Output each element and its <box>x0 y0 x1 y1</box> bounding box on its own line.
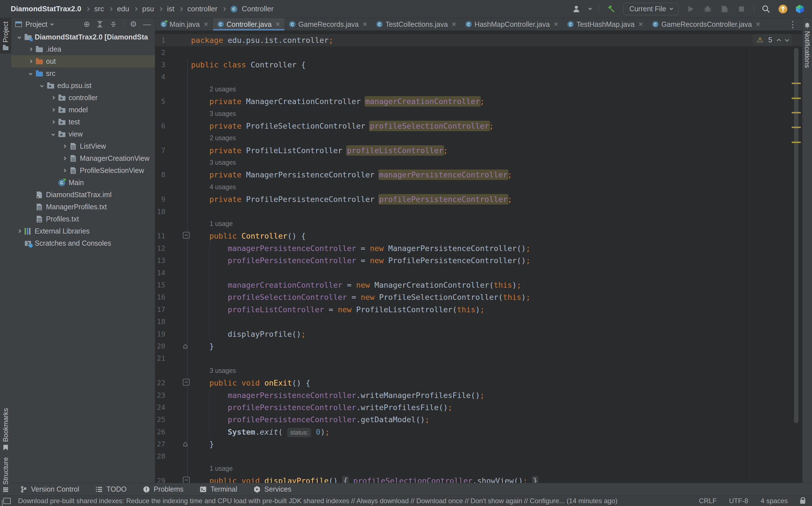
line-number[interactable]: 13 <box>155 256 165 265</box>
inspection-widget[interactable]: ⚠ 5 <box>753 34 793 46</box>
prev-warning-icon[interactable] <box>777 38 781 43</box>
code-line-28[interactable]: 28 <box>155 450 802 462</box>
layout-windows-icon[interactable] <box>3 498 11 504</box>
code-line-27[interactable]: 27⌂ } <box>155 438 802 450</box>
close-tab-icon[interactable]: × <box>554 20 558 29</box>
tree-item-profileselectionview[interactable]: ProfileSelectionView <box>11 164 155 177</box>
line-number[interactable]: 24 <box>155 403 165 412</box>
code-line-19[interactable]: 19 displayProfile(); <box>155 328 802 340</box>
chevron-down-icon[interactable] <box>51 132 55 136</box>
indent-indicator[interactable]: 4 spaces <box>761 497 788 505</box>
tab-main-java[interactable]: CMain.java× <box>156 18 213 30</box>
stripe-button-notifications[interactable]: Notifications <box>803 31 811 68</box>
tree-item-diamondstattrax2-0-diamondsta[interactable]: DiamondStatTrax2.0 [DiamondSta <box>11 31 155 43</box>
line-ending-indicator[interactable]: CRLF <box>699 497 717 505</box>
tree-item-scratches-and-consoles[interactable]: Scratches and Consoles <box>11 237 155 249</box>
code-line-21[interactable]: 21 <box>155 352 802 364</box>
lock-icon[interactable] <box>800 500 805 504</box>
line-number[interactable]: 7 <box>155 146 165 155</box>
line-number[interactable]: 26 <box>155 428 165 436</box>
usages-hint[interactable]: 4 usages <box>191 183 236 191</box>
tree-item-listview[interactable]: ListView <box>11 140 155 152</box>
toolwindow-button-todo[interactable]: TODO <box>95 485 127 493</box>
tab-hashmapcontroller-java[interactable]: CHashMapController.java× <box>461 18 563 30</box>
line-number[interactable]: 16 <box>155 293 165 301</box>
breadcrumb-item[interactable]: controller <box>187 4 218 13</box>
usages-hint[interactable]: 1 usage <box>191 465 233 473</box>
code-line-24[interactable]: 24 profilePersistenceController.writePro… <box>155 401 802 414</box>
code-line-25[interactable]: 25 profilePersistenceController.getDataM… <box>155 414 802 426</box>
fold-collapse-icon[interactable]: − <box>183 232 189 239</box>
code-line-7[interactable]: 7 private ProfileListController profileL… <box>155 145 802 157</box>
fold-collapse-icon[interactable]: − <box>183 477 189 483</box>
code-line-1[interactable]: 1package edu.psu.ist.controller; <box>155 34 802 46</box>
user-profile-icon[interactable] <box>572 4 581 14</box>
code-line-20[interactable]: 20⌂ } <box>155 340 802 352</box>
chevron-down-icon[interactable] <box>40 84 44 87</box>
line-number[interactable]: 23 <box>155 391 165 399</box>
tab-gamerecords-java[interactable]: CGameRecords.java× <box>285 18 372 30</box>
collapse-all-icon[interactable] <box>110 21 117 28</box>
line-number[interactable]: 5 <box>155 97 165 105</box>
settings-gear-icon[interactable]: ⚙ <box>130 20 137 28</box>
tree-item-controller[interactable]: controller <box>11 92 155 104</box>
tree-item-main[interactable]: CMain <box>11 177 155 189</box>
line-number[interactable]: 18 <box>155 318 165 326</box>
line-number[interactable]: 6 <box>155 122 165 130</box>
code-line-11[interactable]: 11− public Controller() { <box>155 230 802 242</box>
tab-options-kebab-icon[interactable]: ⋮ <box>784 19 802 29</box>
usages-hint[interactable]: 2 usages <box>191 85 236 93</box>
usages-hint[interactable]: 3 usages <box>191 367 236 374</box>
code-line-16[interactable]: 16 profileSelectionController = new Prof… <box>155 291 802 303</box>
chevron-down-icon[interactable] <box>17 35 21 39</box>
line-number[interactable]: 19 <box>155 330 165 338</box>
code-line-13[interactable]: 13 profilePersistenceController = new Pr… <box>155 254 802 266</box>
usages-hint[interactable]: 1 usage <box>191 220 233 228</box>
tree-item-diamondstattrax-iml[interactable]: DiamondStatTrax.iml <box>11 189 155 201</box>
bell-icon[interactable] <box>804 22 810 29</box>
locate-file-icon[interactable]: ⊕ <box>83 20 90 28</box>
toolwindow-button-version-control[interactable]: Version Control <box>20 485 79 493</box>
tree-item--idea[interactable]: .idea <box>11 43 155 55</box>
code-line-29[interactable]: 29− public void displayProfile() { profi… <box>155 475 802 483</box>
line-number[interactable]: 22 <box>155 379 165 387</box>
code-line-18[interactable]: 18 <box>155 316 802 328</box>
breadcrumb-item[interactable]: psu <box>142 4 154 13</box>
stripe-button-bookmarks[interactable]: Bookmarks <box>0 405 11 454</box>
code-line-9[interactable]: 9 private ProfilePersistenceController p… <box>155 193 802 205</box>
toolwindow-button-problems[interactable]: Problems <box>143 485 184 493</box>
code-line-22[interactable]: 22− public void onExit() { <box>155 377 802 389</box>
line-number[interactable]: 4 <box>155 73 165 81</box>
stripe-button-structure[interactable]: Structure <box>0 454 11 495</box>
breadcrumb-item[interactable]: DiamondStatTrax2.0 <box>11 4 81 13</box>
tree-item-test[interactable]: test <box>11 116 155 128</box>
chevron-right-icon[interactable] <box>29 48 32 51</box>
line-number[interactable]: 11 <box>155 232 165 240</box>
code-line-2[interactable]: 2 <box>155 46 802 58</box>
project-view-selector[interactable]: Project <box>25 20 53 28</box>
code-line-17[interactable]: 17 profileListController = new ProfileLi… <box>155 304 802 316</box>
tab-testcollections-java[interactable]: CTestCollections.java× <box>372 18 461 30</box>
code-line-3[interactable]: 3public class Controller { <box>155 59 802 71</box>
line-number[interactable]: 15 <box>155 281 165 289</box>
tree-item-edu-psu-ist[interactable]: edu.psu.ist <box>11 80 155 92</box>
breadcrumb-item[interactable]: Controller <box>242 4 274 13</box>
search-everywhere-icon[interactable] <box>761 4 771 14</box>
fold-end-icon[interactable]: ⌂ <box>183 439 188 448</box>
tree-item-view[interactable]: view <box>11 128 155 140</box>
line-number[interactable]: 21 <box>155 354 165 362</box>
run-button[interactable] <box>686 4 696 14</box>
line-number[interactable]: 14 <box>155 269 165 277</box>
tree-item-src[interactable]: src <box>11 67 155 80</box>
close-tab-icon[interactable]: × <box>639 20 643 29</box>
tree-item-model[interactable]: model <box>11 104 155 116</box>
code-line-14[interactable]: 14 <box>155 266 802 279</box>
stop-button[interactable] <box>737 4 746 14</box>
expand-all-icon[interactable] <box>96 21 103 28</box>
breadcrumb-item[interactable]: edu <box>117 4 129 13</box>
usages-hint[interactable]: 2 usages <box>191 134 236 142</box>
code-line-26[interactable]: 26 System.exit( status: 0); <box>155 426 802 438</box>
chevron-right-icon[interactable] <box>63 169 66 172</box>
hide-panel-icon[interactable]: — <box>143 20 151 28</box>
ide-logo-icon[interactable] <box>795 4 805 14</box>
